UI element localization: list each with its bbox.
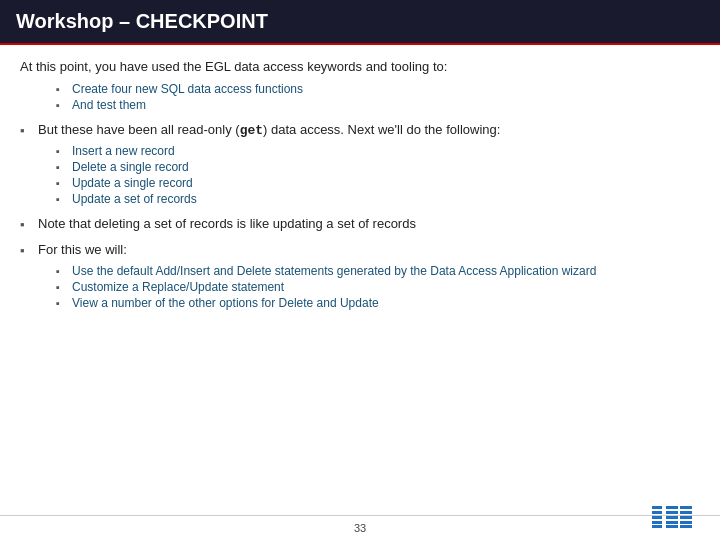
- svg-rect-9: [666, 525, 678, 528]
- svg-rect-13: [680, 521, 692, 524]
- slide-content: At this point, you have used the EGL dat…: [0, 45, 720, 515]
- section1-text: But these have been all read-only (get) …: [38, 122, 500, 138]
- svg-rect-1: [652, 511, 662, 514]
- bullet-marker: ▪: [56, 296, 72, 309]
- intro-text: At this point, you have used the EGL dat…: [20, 59, 700, 74]
- s1-bullet-4-text: Update a set of records: [72, 192, 197, 206]
- svg-rect-5: [666, 506, 678, 509]
- section2-header: ▪ Note that deleting a set of records is…: [20, 216, 700, 232]
- section2-text: Note that deleting a set of records is l…: [38, 216, 416, 231]
- section1-header: ▪ But these have been all read-only (get…: [20, 122, 700, 138]
- slide: Workshop – CHECKPOINT At this point, you…: [0, 0, 720, 540]
- svg-rect-8: [666, 521, 678, 524]
- intro-section: At this point, you have used the EGL dat…: [20, 59, 700, 112]
- section1-text-before: But these have been all read-only (: [38, 122, 240, 137]
- s1-bullet-1: ▪ Insert a new record: [56, 144, 700, 158]
- s3-bullet-3: ▪ View a number of the other options for…: [56, 296, 700, 310]
- s3-bullet-2-text: Customize a Replace/Update statement: [72, 280, 284, 294]
- section3: ▪ For this we will: ▪ Use the default Ad…: [20, 242, 700, 310]
- bullet-marker: ▪: [56, 176, 72, 189]
- bullet-marker: ▪: [56, 144, 72, 157]
- intro-bullet-1-text: Create four new SQL data access function…: [72, 82, 303, 96]
- title-bar: Workshop – CHECKPOINT: [0, 0, 720, 43]
- svg-rect-3: [652, 521, 662, 524]
- svg-rect-2: [652, 516, 662, 519]
- bullet-marker: ▪: [56, 264, 72, 277]
- section2: ▪ Note that deleting a set of records is…: [20, 216, 700, 232]
- section3-text: For this we will:: [38, 242, 127, 257]
- svg-rect-6: [666, 511, 678, 514]
- s1-bullet-3: ▪ Update a single record: [56, 176, 700, 190]
- page-number: 33: [16, 522, 704, 534]
- bullet-marker: ▪: [56, 280, 72, 293]
- bullet-marker: ▪: [56, 192, 72, 205]
- svg-rect-10: [680, 506, 692, 509]
- s3-bullet-1: ▪ Use the default Add/Insert and Delete …: [56, 264, 700, 278]
- s3-bullet-2: ▪ Customize a Replace/Update statement: [56, 280, 700, 294]
- intro-bullet-1: ▪ Create four new SQL data access functi…: [56, 82, 700, 96]
- s1-bullet-2: ▪ Delete a single record: [56, 160, 700, 174]
- slide-title: Workshop – CHECKPOINT: [16, 10, 704, 33]
- svg-rect-12: [680, 516, 692, 519]
- intro-bullet-2: ▪ And test them: [56, 98, 700, 112]
- intro-bullet-2-text: And test them: [72, 98, 146, 112]
- bullet-marker: ▪: [56, 160, 72, 173]
- ibm-logo: [652, 506, 704, 532]
- bullet-marker-s1: ▪: [20, 122, 38, 138]
- svg-rect-0: [652, 506, 662, 509]
- bullet-marker: ▪: [56, 98, 72, 111]
- svg-rect-14: [680, 525, 692, 528]
- svg-rect-11: [680, 511, 692, 514]
- footer: 33: [0, 515, 720, 540]
- section1-code: get: [240, 123, 263, 138]
- section1: ▪ But these have been all read-only (get…: [20, 122, 700, 206]
- s3-bullet-1-text: Use the default Add/Insert and Delete st…: [72, 264, 596, 278]
- s1-bullet-3-text: Update a single record: [72, 176, 193, 190]
- section3-header: ▪ For this we will:: [20, 242, 700, 258]
- ibm-logo-svg: [652, 506, 704, 528]
- svg-rect-7: [666, 516, 678, 519]
- s1-bullet-4: ▪ Update a set of records: [56, 192, 700, 206]
- section1-text-after: ) data access. Next we'll do the followi…: [263, 122, 500, 137]
- s3-bullet-3-text: View a number of the other options for D…: [72, 296, 379, 310]
- bullet-marker: ▪: [56, 82, 72, 95]
- bullet-marker-s3: ▪: [20, 242, 38, 258]
- bullet-marker-s2: ▪: [20, 216, 38, 232]
- s1-bullet-1-text: Insert a new record: [72, 144, 175, 158]
- s1-bullet-2-text: Delete a single record: [72, 160, 189, 174]
- svg-rect-4: [652, 525, 662, 528]
